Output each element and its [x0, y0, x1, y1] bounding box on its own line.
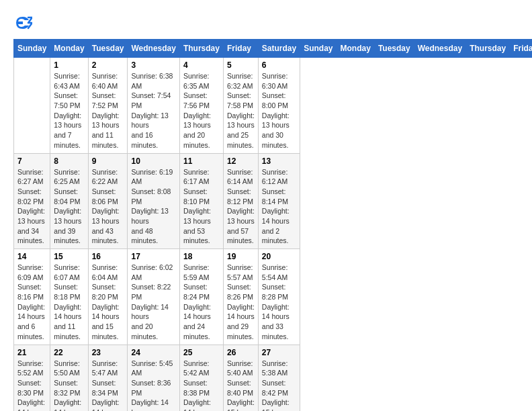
calendar-cell: 14Sunrise: 6:09 AM Sunset: 8:16 PM Dayli… [14, 249, 50, 345]
day-number: 7 [17, 156, 46, 166]
day-info: Sunrise: 6:12 AM Sunset: 8:14 PM Dayligh… [262, 167, 296, 246]
calendar-cell: 9Sunrise: 6:22 AM Sunset: 8:06 PM Daylig… [88, 153, 128, 249]
day-info: Sunrise: 5:38 AM Sunset: 8:42 PM Dayligh… [262, 359, 296, 412]
day-number: 15 [54, 252, 84, 261]
day-number: 9 [92, 156, 124, 166]
day-number: 2 [92, 60, 124, 70]
day-info: Sunrise: 6:09 AM Sunset: 8:16 PM Dayligh… [17, 263, 46, 342]
calendar-cell: 8Sunrise: 6:25 AM Sunset: 8:04 PM Daylig… [50, 153, 88, 249]
day-info: Sunrise: 6:07 AM Sunset: 8:18 PM Dayligh… [54, 263, 84, 342]
day-number: 13 [262, 156, 296, 166]
day-number: 1 [54, 60, 84, 70]
calendar-cell: 12Sunrise: 6:14 AM Sunset: 8:12 PM Dayli… [223, 153, 258, 249]
day-info: Sunrise: 6:17 AM Sunset: 8:10 PM Dayligh… [183, 167, 220, 246]
day-info: Sunrise: 6:32 AM Sunset: 7:58 PM Dayligh… [227, 71, 255, 150]
day-number: 8 [54, 156, 84, 166]
calendar-cell: 18Sunrise: 5:59 AM Sunset: 8:24 PM Dayli… [179, 249, 223, 345]
calendar-week-row: 7Sunrise: 6:27 AM Sunset: 8:02 PM Daylig… [14, 153, 533, 249]
column-header-monday: Monday [50, 40, 88, 58]
day-number: 12 [227, 156, 255, 166]
day-info: Sunrise: 6:14 AM Sunset: 8:12 PM Dayligh… [227, 167, 255, 246]
day-number: 16 [92, 252, 124, 261]
day-info: Sunrise: 6:19 AM Sunset: 8:08 PM Dayligh… [131, 167, 175, 246]
calendar-week-row: 21Sunrise: 5:52 AM Sunset: 8:30 PM Dayli… [14, 345, 533, 411]
calendar-cell: 19Sunrise: 5:57 AM Sunset: 8:26 PM Dayli… [223, 249, 258, 345]
day-info: Sunrise: 5:47 AM Sunset: 8:34 PM Dayligh… [92, 359, 124, 412]
calendar-cell: 15Sunrise: 6:07 AM Sunset: 8:18 PM Dayli… [50, 249, 88, 345]
column-header-saturday: Saturday [258, 40, 300, 58]
day-number: 3 [131, 60, 175, 70]
day-number: 4 [183, 60, 220, 70]
column-header-friday: Friday [223, 40, 258, 58]
calendar-cell: 24Sunrise: 5:45 AM Sunset: 8:36 PM Dayli… [128, 345, 179, 411]
page-header [13, 13, 519, 32]
calendar-cell: 3Sunrise: 6:38 AM Sunset: 7:54 PM Daylig… [128, 58, 179, 154]
day-number: 10 [131, 156, 175, 166]
day-number: 24 [131, 348, 175, 357]
day-number: 26 [227, 348, 255, 357]
day-info: Sunrise: 6:30 AM Sunset: 8:00 PM Dayligh… [262, 71, 296, 150]
day-info: Sunrise: 6:22 AM Sunset: 8:06 PM Dayligh… [92, 167, 124, 246]
day-info: Sunrise: 6:25 AM Sunset: 8:04 PM Dayligh… [54, 167, 84, 246]
calendar-cell: 13Sunrise: 6:12 AM Sunset: 8:14 PM Dayli… [258, 153, 300, 249]
column-header-wednesday: Wednesday [414, 40, 466, 58]
day-number: 27 [262, 348, 296, 357]
calendar-cell: 20Sunrise: 5:54 AM Sunset: 8:28 PM Dayli… [258, 249, 300, 345]
column-header-monday: Monday [337, 40, 374, 58]
day-number: 23 [92, 348, 124, 357]
calendar-cell: 26Sunrise: 5:40 AM Sunset: 8:40 PM Dayli… [223, 345, 258, 411]
calendar-cell: 7Sunrise: 6:27 AM Sunset: 8:02 PM Daylig… [14, 153, 50, 249]
logo-icon [13, 13, 32, 32]
calendar-table: SundayMondayTuesdayWednesdayThursdayFrid… [13, 39, 532, 411]
day-info: Sunrise: 6:40 AM Sunset: 7:52 PM Dayligh… [92, 71, 124, 150]
calendar-week-row: 1Sunrise: 6:43 AM Sunset: 7:50 PM Daylig… [14, 58, 533, 154]
calendar-cell: 2Sunrise: 6:40 AM Sunset: 7:52 PM Daylig… [88, 58, 128, 154]
day-info: Sunrise: 5:59 AM Sunset: 8:24 PM Dayligh… [183, 263, 220, 342]
day-info: Sunrise: 6:27 AM Sunset: 8:02 PM Dayligh… [17, 167, 46, 246]
calendar-cell: 5Sunrise: 6:32 AM Sunset: 7:58 PM Daylig… [223, 58, 258, 154]
day-info: Sunrise: 6:38 AM Sunset: 7:54 PM Dayligh… [131, 71, 175, 150]
day-info: Sunrise: 5:42 AM Sunset: 8:38 PM Dayligh… [183, 359, 220, 412]
day-number: 14 [17, 252, 46, 261]
day-info: Sunrise: 6:35 AM Sunset: 7:56 PM Dayligh… [183, 71, 220, 150]
calendar-cell: 17Sunrise: 6:02 AM Sunset: 8:22 PM Dayli… [128, 249, 179, 345]
calendar-cell: 1Sunrise: 6:43 AM Sunset: 7:50 PM Daylig… [50, 58, 88, 154]
day-number: 25 [183, 348, 220, 357]
day-info: Sunrise: 6:02 AM Sunset: 8:22 PM Dayligh… [131, 263, 175, 342]
calendar-cell: 10Sunrise: 6:19 AM Sunset: 8:08 PM Dayli… [128, 153, 179, 249]
day-number: 18 [183, 252, 220, 261]
day-number: 19 [227, 252, 255, 261]
calendar-cell: 21Sunrise: 5:52 AM Sunset: 8:30 PM Dayli… [14, 345, 50, 411]
logo [13, 13, 36, 32]
column-header-tuesday: Tuesday [88, 40, 128, 58]
calendar-cell: 22Sunrise: 5:50 AM Sunset: 8:32 PM Dayli… [50, 345, 88, 411]
day-info: Sunrise: 5:57 AM Sunset: 8:26 PM Dayligh… [227, 263, 255, 342]
day-number: 17 [131, 252, 175, 261]
day-number: 6 [262, 60, 296, 70]
day-number: 22 [54, 348, 84, 357]
calendar-cell: 11Sunrise: 6:17 AM Sunset: 8:10 PM Dayli… [179, 153, 223, 249]
calendar-cell: 23Sunrise: 5:47 AM Sunset: 8:34 PM Dayli… [88, 345, 128, 411]
calendar-cell: 16Sunrise: 6:04 AM Sunset: 8:20 PM Dayli… [88, 249, 128, 345]
column-header-sunday: Sunday [14, 40, 50, 58]
calendar-header-row: SundayMondayTuesdayWednesdayThursdayFrid… [14, 40, 533, 58]
calendar-cell: 27Sunrise: 5:38 AM Sunset: 8:42 PM Dayli… [258, 345, 300, 411]
column-header-tuesday: Tuesday [374, 40, 414, 58]
day-info: Sunrise: 5:54 AM Sunset: 8:28 PM Dayligh… [262, 263, 296, 342]
calendar-cell: 4Sunrise: 6:35 AM Sunset: 7:56 PM Daylig… [179, 58, 223, 154]
day-number: 5 [227, 60, 255, 70]
day-number: 20 [262, 252, 296, 261]
day-number: 21 [17, 348, 46, 357]
column-header-sunday: Sunday [300, 40, 337, 58]
calendar-week-row: 14Sunrise: 6:09 AM Sunset: 8:16 PM Dayli… [14, 249, 533, 345]
column-header-thursday: Thursday [466, 40, 510, 58]
day-info: Sunrise: 5:40 AM Sunset: 8:40 PM Dayligh… [227, 359, 255, 412]
day-info: Sunrise: 6:04 AM Sunset: 8:20 PM Dayligh… [92, 263, 124, 342]
day-info: Sunrise: 5:50 AM Sunset: 8:32 PM Dayligh… [54, 359, 84, 412]
column-header-friday: Friday [510, 40, 532, 58]
column-header-wednesday: Wednesday [128, 40, 179, 58]
calendar-cell: 6Sunrise: 6:30 AM Sunset: 8:00 PM Daylig… [258, 58, 300, 154]
calendar-cell [14, 58, 50, 154]
day-info: Sunrise: 5:45 AM Sunset: 8:36 PM Dayligh… [131, 359, 175, 412]
column-header-thursday: Thursday [179, 40, 223, 58]
